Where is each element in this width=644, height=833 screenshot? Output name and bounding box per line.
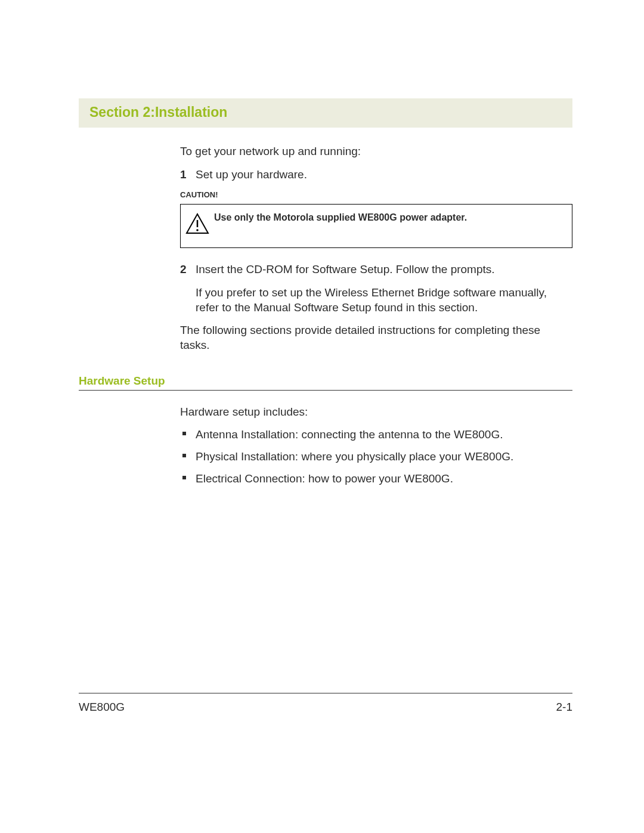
step-1: 1 Set up your hardware. (180, 168, 572, 182)
subsection-header: Hardware Setup (79, 374, 572, 391)
caution-box: Use only the Motorola supplied WE800G po… (180, 204, 572, 248)
caution-label: CAUTION! (180, 190, 572, 200)
step-2: 2 Insert the CD-ROM for Software Setup. … (180, 262, 572, 277)
section-title: Section 2:Installation (89, 104, 562, 120)
hardware-body: Hardware setup includes: Antenna Install… (180, 405, 572, 487)
page: Section 2:Installation To get your netwo… (0, 0, 644, 833)
list-item: Antenna Installation: connecting the ant… (180, 428, 572, 442)
svg-point-2 (196, 229, 199, 231)
step-2-followup: If you prefer to set up the Wireless Eth… (196, 286, 572, 315)
footer-model: WE800G (79, 701, 125, 714)
closing-text: The following sections provide detailed … (180, 323, 572, 352)
caution-message: Use only the Motorola supplied WE800G po… (214, 209, 467, 224)
subsection-title: Hardware Setup (79, 374, 572, 388)
step-number: 2 (180, 262, 196, 277)
list-item: Electrical Connection: how to power your… (180, 472, 572, 487)
warning-icon (185, 209, 214, 234)
step-number: 1 (180, 168, 196, 182)
step-text: Set up your hardware. (196, 168, 572, 182)
footer-page-number: 2-1 (556, 701, 572, 714)
page-footer: WE800G 2-1 (79, 693, 572, 714)
list-item: Physical Installation: where you physica… (180, 450, 572, 465)
section-header-bar: Section 2:Installation (79, 98, 572, 128)
hardware-bullet-list: Antenna Installation: connecting the ant… (180, 428, 572, 486)
body-column: To get your network up and running: 1 Se… (180, 144, 572, 353)
hardware-intro: Hardware setup includes: (180, 405, 572, 420)
intro-text: To get your network up and running: (180, 144, 572, 159)
step-text: Insert the CD-ROM for Software Setup. Fo… (196, 262, 572, 277)
